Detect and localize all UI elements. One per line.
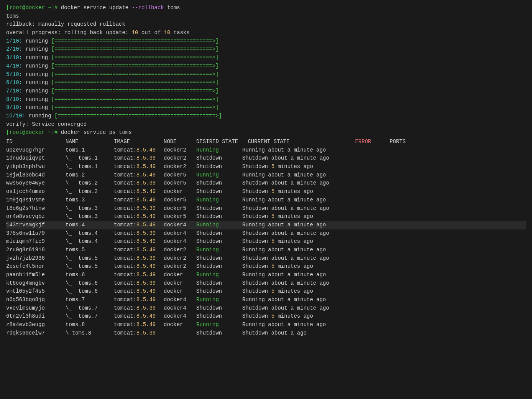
- table-row: u02evuqg7hgr toms.1 tomcat:8.5.49 docker…: [6, 146, 526, 155]
- terminal: [root@docker ~]# docker service update -…: [6, 4, 526, 338]
- table-row: 6tn2vl3h8udi \_ toms.7 tomcat:8.5.49 doc…: [6, 312, 526, 321]
- progress-row-5: 5/10: running [=========================…: [6, 71, 526, 79]
- table-row: vxevlmsumyjo \_ toms.7 tomcat:8.5.39 doc…: [6, 304, 526, 313]
- rollback-line: rollback: manually requested rollback: [6, 20, 526, 29]
- verify-line: verify: Service converged: [6, 120, 526, 129]
- progress-row-3: 3/10: running [=========================…: [6, 54, 526, 62]
- table-header: ID NAME IMAGE NODE DESIRED STATE CURRENT…: [6, 138, 526, 146]
- cmd-line-1: [root@docker ~]# docker service update -…: [6, 4, 526, 12]
- table-row: kt6cog4mngbv \_ toms.6 tomcat:8.5.39 doc…: [6, 279, 526, 288]
- table-row: rdqks60celw7 \ toms.8 tomcat:8.5.39 Shut…: [6, 329, 526, 338]
- table-row: 1dnudaqiqvpt \_ toms.1 tomcat:8.5.39 doc…: [6, 154, 526, 163]
- table-row: mluiqmm7fic9 \_ toms.4 tomcat:8.5.49 doc…: [6, 237, 526, 246]
- table-row: t8o6g2s7htnw \_ toms.3 tomcat:8.5.39 doc…: [6, 204, 526, 213]
- table-row: 143trvsmgkjf toms.4 tomcat:8.5.49 docker…: [6, 221, 526, 229]
- progress-row-1: 1/10: running [=========================…: [6, 37, 526, 46]
- table-row: n6q563bqo8jq toms.7 tomcat:8.5.49 docker…: [6, 296, 526, 304]
- table-row: 378s6nw11u70 \_ toms.4 tomcat:8.5.39 doc…: [6, 229, 526, 238]
- progress-row-8: 8/10: running [=========================…: [6, 96, 526, 104]
- progress-row-4: 4/10: running [=========================…: [6, 62, 526, 71]
- progress-row-7: 7/10: running [=========================…: [6, 87, 526, 96]
- prompt: [root@docker ~]#: [6, 5, 57, 11]
- progress-row-6: 6/10: running [=========================…: [6, 79, 526, 87]
- prompt-2: [root@docker ~]#: [6, 129, 57, 135]
- progress-row-2: 2/10: running [=========================…: [6, 45, 526, 54]
- table-row: jvzh7jzb2936 \_ toms.5 tomcat:8.5.39 doc…: [6, 254, 526, 263]
- table-body: u02evuqg7hgr toms.1 tomcat:8.5.49 docker…: [6, 146, 526, 338]
- output-toms: toms: [6, 12, 526, 21]
- table-row: os1jcch4umeo \_ toms.2 tomcat:8.5.49 doc…: [6, 188, 526, 196]
- table-row: yikpb3nphfwu \_ toms.1 tomcat:8.5.49 doc…: [6, 163, 526, 171]
- table-row: wws5oye04wye \_ toms.2 tomcat:8.5.39 doc…: [6, 179, 526, 188]
- cmd-line-2: [root@docker ~]# docker service ps toms: [6, 129, 526, 137]
- table-row: vmtl05y2f4s5 \_ toms.6 tomcat:8.5.49 doc…: [6, 287, 526, 296]
- table-row: or4w8vscyqbz \_ toms.3 tomcat:8.5.49 doc…: [6, 213, 526, 221]
- progress-row-10: 10/10: running [========================…: [6, 112, 526, 120]
- table-row: 2ru0g8r61918 toms.5 tomcat:8.5.49 docker…: [6, 246, 526, 254]
- table-row: z8a4evb3wugg toms.8 tomcat:8.5.49 docker…: [6, 321, 526, 329]
- table-row: 1m9jq3s1vsme toms.3 tomcat:8.5.49 docker…: [6, 196, 526, 204]
- table-row: 2pscfe4t5nor \_ toms.5 tomcat:8.5.49 doc…: [6, 262, 526, 271]
- overall-progress: overall progress: rolling back update: 1…: [6, 29, 526, 37]
- table-row: 18jwl83obc4d toms.2 tomcat:8.5.49 docker…: [6, 171, 526, 180]
- table-row: paanb11fm5le toms.6 tomcat:8.5.49 docker…: [6, 271, 526, 279]
- progress-row-9: 9/10: running [=========================…: [6, 104, 526, 112]
